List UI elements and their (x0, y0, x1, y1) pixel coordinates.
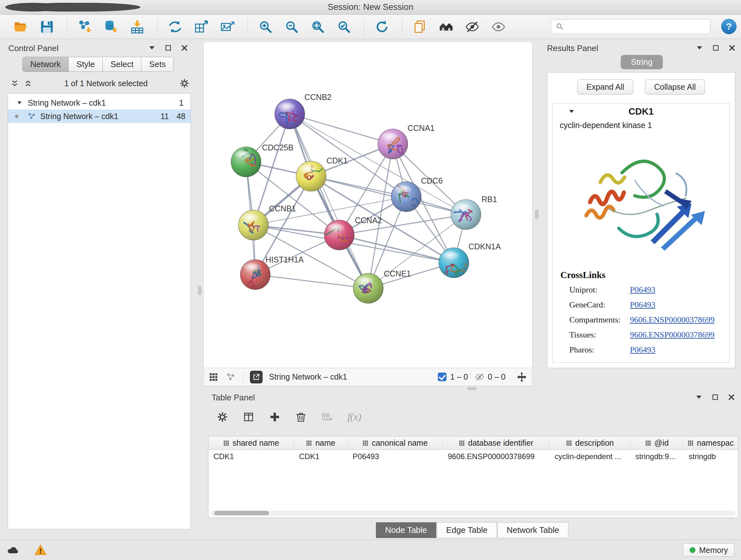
window-zoom-button[interactable] (33, 3, 140, 11)
crosslink-link[interactable]: P06493 (630, 285, 655, 295)
network-icon (27, 112, 36, 120)
tab-node-table[interactable]: Node Table (376, 522, 436, 538)
network-collection-row[interactable]: String Network – cdk1 1 (8, 96, 191, 110)
application-window: { "window": { "title": "Session: New Ses… (0, 0, 741, 560)
grid-arrow-icon (194, 19, 209, 34)
houses-icon (439, 19, 454, 34)
column-header-shared-name[interactable]: shared name (208, 436, 294, 449)
svg-text:CCNA1: CCNA1 (408, 124, 434, 132)
table-cell: cyclin-dependent ... (549, 450, 630, 463)
right-splitter-handle[interactable] (535, 209, 539, 219)
help-button[interactable]: ? (721, 19, 737, 34)
crosslink-link[interactable]: 9606.ENSP00000378699 (630, 330, 715, 340)
refresh-view-button[interactable] (374, 17, 390, 36)
selected-checkbox[interactable] (438, 373, 447, 381)
function-builder-button[interactable]: f(x) (347, 411, 361, 423)
panel-maximize-icon[interactable] (712, 44, 719, 51)
column-header-canonical-name[interactable]: canonical name (347, 436, 443, 449)
zoom-in-button[interactable] (258, 17, 273, 36)
crosslink-label: Tissues: (569, 330, 630, 340)
svg-text:CCNB2: CCNB2 (305, 92, 332, 102)
warnings-button[interactable] (33, 543, 48, 557)
network-share-icon[interactable] (226, 372, 235, 382)
show-columns-icon[interactable] (243, 411, 254, 423)
annotation-button[interactable] (412, 17, 428, 36)
panel-close-icon[interactable] (728, 44, 736, 52)
string-tab[interactable]: String (621, 55, 663, 69)
move-crosshair-icon[interactable] (516, 372, 527, 382)
table-cell: stringdb (684, 450, 738, 463)
panel-close-icon[interactable] (181, 44, 188, 52)
import-table-button[interactable] (129, 17, 145, 36)
panel-maximize-icon[interactable] (712, 394, 719, 401)
collapse-triangle-icon[interactable] (568, 108, 575, 115)
panel-close-icon[interactable] (728, 393, 735, 401)
import-network-file-button[interactable] (77, 17, 93, 36)
import-network-database-button[interactable] (103, 17, 119, 36)
search-box[interactable] (551, 19, 711, 34)
open-session-button[interactable] (13, 17, 29, 36)
expand-all-button[interactable]: Expand All (577, 79, 633, 95)
panel-float-icon[interactable] (695, 393, 703, 401)
show-graphics-button[interactable] (490, 17, 507, 36)
delete-column-icon[interactable] (295, 411, 307, 423)
svg-text:CDKN1A: CDKN1A (468, 242, 501, 251)
tab-select[interactable]: Select (103, 57, 141, 71)
tab-network[interactable]: Network (23, 57, 69, 71)
zoom-fit-button[interactable] (310, 17, 326, 36)
save-session-button[interactable] (39, 17, 55, 36)
hide-graphics-button[interactable] (464, 17, 480, 36)
node-count: 11 (152, 112, 169, 121)
expander-triangle-icon[interactable] (16, 100, 23, 106)
table-row[interactable]: CDK1 CDK1 P06493 9606.ENSP00000378699 cy… (208, 450, 738, 463)
column-header-id[interactable]: @id (630, 436, 684, 449)
export-image-button[interactable] (219, 17, 235, 36)
column-type-icon (223, 440, 229, 446)
search-input[interactable] (567, 22, 705, 31)
column-header-name[interactable]: name (294, 436, 347, 449)
protein-card-header[interactable]: CDK1 (553, 104, 730, 119)
tab-edge-table[interactable]: Edge Table (437, 522, 497, 538)
network-canvas[interactable]: CCNB2CCNA1CDC25BCDK1CDC6RB1CCNB1CCNA2CDK… (203, 42, 533, 368)
column-header-namespace[interactable]: namespac (684, 436, 738, 449)
home-button[interactable] (438, 17, 454, 36)
table-settings-gear-icon[interactable] (217, 411, 228, 423)
crosslink-link[interactable]: 9606.ENSP00000378699 (630, 315, 715, 325)
column-type-icon (459, 440, 465, 446)
network-tools-button[interactable] (167, 17, 183, 36)
memory-button[interactable]: Memory (683, 543, 735, 557)
cloud-button[interactable] (6, 543, 20, 557)
network-tree: String Network – cdk1 1 String Network –… (8, 93, 191, 530)
panel-maximize-icon[interactable] (165, 44, 172, 51)
collapse-all-icon[interactable] (10, 79, 19, 88)
tab-network-table[interactable]: Network Table (497, 522, 568, 538)
detach-view-button[interactable] (250, 371, 263, 383)
network-row[interactable]: String Network – cdk1 11 48 (8, 110, 191, 123)
crosslink-link[interactable]: P06493 (630, 345, 655, 355)
expand-all-icon[interactable] (23, 79, 32, 88)
control-panel-tabs: Network Style Select Sets (22, 57, 174, 72)
panel-float-icon[interactable] (696, 44, 703, 52)
scrollbar-thumb[interactable] (214, 511, 269, 515)
column-header-description[interactable]: description (549, 436, 630, 449)
crosslink-link[interactable]: P06493 (630, 300, 655, 310)
column-header-database-identifier[interactable]: database identifier (443, 436, 549, 449)
tab-sets[interactable]: Sets (141, 57, 173, 71)
network-graph[interactable]: CCNB2CCNA1CDC25BCDK1CDC6RB1CCNB1CCNA2CDK… (204, 42, 532, 368)
memory-status-dot (690, 547, 695, 553)
add-column-icon[interactable] (269, 411, 280, 423)
left-splitter-handle[interactable] (198, 286, 202, 295)
panel-float-icon[interactable] (148, 44, 156, 52)
zoom-out-button[interactable] (284, 17, 300, 36)
collapse-all-button[interactable]: Collapse All (645, 79, 705, 95)
zoom-selected-button[interactable] (336, 17, 352, 36)
collection-count: 1 (179, 98, 184, 108)
new-network-from-selection-button[interactable] (193, 17, 209, 36)
table-cell: P06493 (347, 450, 443, 463)
horizontal-splitter-handle[interactable] (467, 387, 477, 390)
birds-eye-view-icon[interactable] (209, 372, 218, 382)
tab-style[interactable]: Style (69, 57, 103, 71)
eye-slash-icon (465, 19, 480, 34)
toolbar-separator (364, 18, 364, 36)
gear-icon[interactable] (179, 78, 190, 88)
